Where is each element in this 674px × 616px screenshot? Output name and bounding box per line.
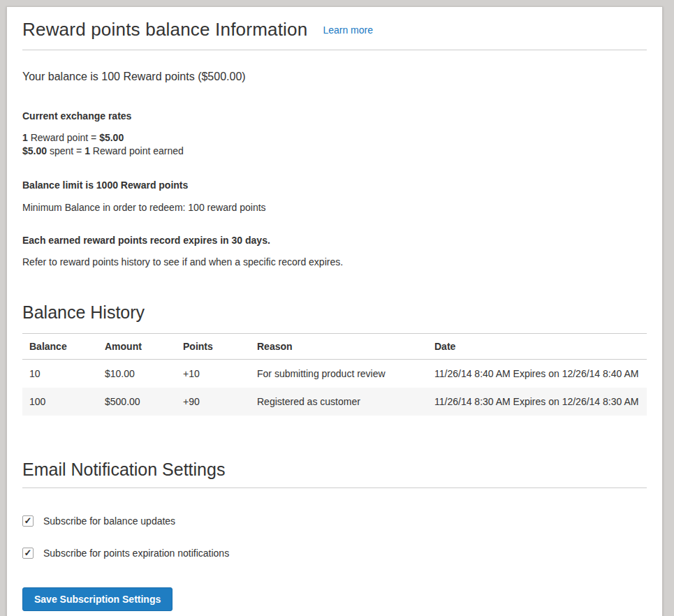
cell-date: 11/26/14 8:30 AM Expires on 12/26/14 8:3… [427, 388, 647, 416]
expiration-notifications-option: Subscribe for points expiration notifica… [22, 548, 647, 559]
expiration-note: Refer to reward points history to see if… [22, 256, 647, 267]
column-header-balance: Balance [22, 334, 98, 360]
cell-reason: For submitting product review [250, 360, 427, 388]
min-balance-text: Minimum Balance in order to redeem: 100 … [22, 202, 647, 213]
rate-earn-line: 1 Reward point = $5.00 [22, 132, 124, 143]
exchange-rates-heading: Current exchange rates [22, 110, 647, 122]
title-divider [22, 50, 647, 50]
page-header: Reward points balance Information Learn … [22, 19, 647, 41]
column-header-points: Points [176, 334, 250, 360]
table-row: 10 $10.00 +10 For submitting product rev… [22, 360, 647, 388]
learn-more-link[interactable]: Learn more [323, 24, 373, 36]
email-settings-title: Email Notification Settings [22, 460, 647, 480]
expiration-notifications-checkbox[interactable] [22, 548, 34, 559]
balance-updates-option: Subscribe for balance updates [22, 515, 647, 527]
page-title: Reward points balance Information [22, 19, 307, 41]
cell-balance: 10 [22, 360, 98, 388]
cell-date: 11/26/14 8:40 AM Expires on 12/26/14 8:4… [427, 360, 647, 388]
balance-updates-label[interactable]: Subscribe for balance updates [43, 515, 175, 527]
rate-spend-line: $5.00 spent = 1 Reward point earned [22, 145, 184, 156]
column-header-amount: Amount [98, 334, 176, 360]
save-subscription-settings-button[interactable]: Save Subscription Settings [22, 587, 173, 611]
exchange-rates: 1 Reward point = $5.00 $5.00 spent = 1 R… [22, 131, 647, 158]
expiration-text: Each earned reward points record expires… [22, 235, 647, 246]
cell-reason: Registered as customer [250, 388, 427, 416]
balance-summary: Your balance is 100 Reward points ($500.… [22, 71, 647, 83]
cell-balance: 100 [22, 388, 98, 416]
balance-updates-checkbox[interactable] [22, 515, 34, 527]
balance-history-title: Balance History [22, 302, 647, 323]
balance-history-table: Balance Amount Points Reason Date 10 $10… [22, 333, 647, 416]
column-header-reason: Reason [250, 334, 427, 360]
balance-limit-text: Balance limit is 1000 Reward points [22, 179, 647, 191]
column-header-date: Date [427, 334, 647, 360]
cell-points: +90 [176, 388, 250, 416]
cell-amount: $500.00 [98, 388, 176, 416]
expiration-notifications-label[interactable]: Subscribe for points expiration notifica… [43, 548, 229, 559]
cell-points: +10 [176, 360, 250, 388]
table-header: Balance Amount Points Reason Date [22, 334, 647, 360]
email-settings-divider [22, 487, 647, 488]
reward-points-panel: Reward points balance Information Learn … [6, 6, 663, 616]
table-row: 100 $500.00 +90 Registered as customer 1… [22, 388, 647, 416]
cell-amount: $10.00 [98, 360, 176, 388]
